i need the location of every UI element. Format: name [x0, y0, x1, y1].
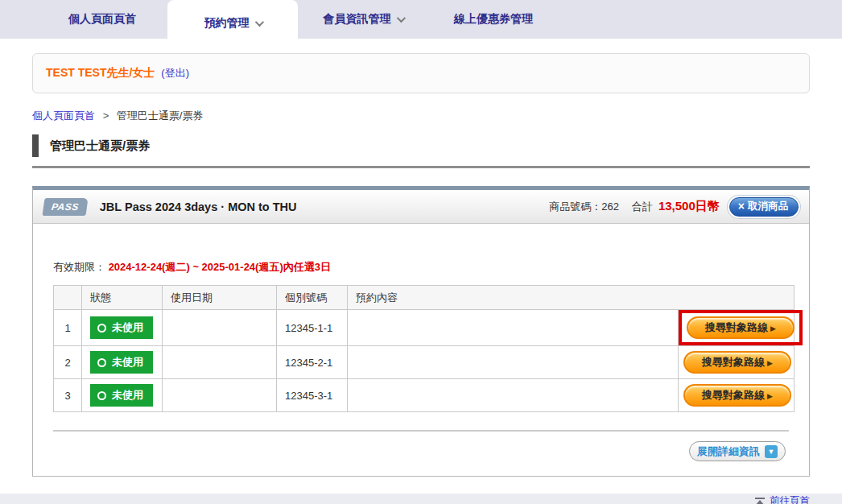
logout-link[interactable]: (登出) — [161, 66, 189, 81]
circle-icon — [97, 391, 106, 400]
page-title: 管理巴士通票/票券 — [50, 138, 150, 154]
search-route-button[interactable]: 搜尋對象路線▶ — [683, 384, 791, 407]
header-index — [54, 286, 82, 310]
header-status: 狀態 — [82, 286, 163, 310]
user-name: TEST TEST先生/女士 — [46, 66, 155, 81]
breadcrumb-current: 管理巴士通票/票券 — [117, 109, 204, 122]
validity-label: 有效期限： — [53, 261, 105, 273]
table-header-row: 狀態 使用日期 個別號碼 預約內容 — [54, 286, 795, 310]
search-route-label: 搜尋對象路線 — [702, 389, 765, 401]
use-date-cell — [163, 346, 277, 379]
tab-personal-home[interactable]: 個人頁面頁首 — [37, 0, 167, 39]
header-ticket-no: 個別號碼 — [277, 286, 348, 310]
use-date-cell — [163, 310, 277, 346]
ticket-number: 12345-1-1 — [277, 310, 348, 346]
row-number: 2 — [54, 346, 82, 379]
title-accent-bar — [32, 134, 39, 157]
expand-details-label: 展開詳細資訊 — [697, 444, 760, 459]
status-label: 未使用 — [112, 355, 143, 370]
tab-member-info-management[interactable]: 會員資訊管理 — [298, 0, 428, 39]
pass-panel: PASS JBL Pass 2024 3days · MON to THU 商品… — [32, 186, 810, 477]
table-row: 3 未使用 12345-3-1 搜尋對象路線▶ — [54, 379, 795, 412]
reservation-cell — [348, 346, 679, 379]
status-badge: 未使用 — [90, 316, 153, 339]
close-icon: × — [738, 200, 745, 212]
search-route-button[interactable]: 搜尋對象路線▶ — [687, 316, 795, 339]
search-route-button[interactable]: 搜尋對象路線▶ — [683, 351, 791, 374]
tab-online-coupon-management[interactable]: 線上優惠券管理 — [428, 0, 559, 39]
header-reservation: 預約內容 — [348, 286, 795, 310]
header-use-date: 使用日期 — [163, 286, 277, 310]
tab-label: 預約管理 — [204, 16, 250, 31]
status-badge: 未使用 — [90, 384, 153, 407]
breadcrumb-separator: > — [103, 109, 109, 122]
details-divider — [53, 430, 789, 432]
tickets-table: 狀態 使用日期 個別號碼 預約內容 1 未使用 12345-1-1 搜尋對象路線… — [53, 285, 795, 412]
ticket-number: 12345-3-1 — [277, 379, 348, 412]
use-date-cell — [163, 379, 277, 412]
pass-title: JBL Pass 2024 3days · MON to THU — [100, 200, 297, 213]
go-top-icon — [754, 497, 766, 504]
arrow-right-icon: ▶ — [770, 324, 776, 333]
chevron-down-icon — [254, 18, 263, 27]
tab-label: 會員資訊管理 — [324, 12, 391, 27]
page-title-block: 管理巴士通票/票券 — [32, 134, 810, 168]
pass-panel-body: 有效期限： 2024-12-24(週二) ~ 2025-01-24(週五)內任選… — [33, 224, 809, 476]
go-top-link[interactable]: 前往頁首 — [754, 494, 810, 504]
pass-panel-header: PASS JBL Pass 2024 3days · MON to THU 商品… — [33, 190, 809, 224]
top-nav: 個人頁面頁首 預約管理 會員資訊管理 線上優惠券管理 — [0, 0, 842, 39]
tab-label: 個人頁面頁首 — [68, 12, 136, 27]
search-route-label: 搜尋對象路線 — [702, 356, 765, 368]
expand-details-button[interactable]: 展開詳細資訊 ▼ — [689, 441, 786, 461]
circle-icon — [97, 358, 106, 367]
action-wrap: 搜尋對象路線▶ — [679, 346, 796, 378]
table-row: 1 未使用 12345-1-1 搜尋對象路線▶ — [54, 310, 795, 346]
search-route-label: 搜尋對象路線 — [705, 321, 768, 333]
cancel-product-button[interactable]: × 取消商品 — [729, 197, 799, 217]
validity-value: 2024-12-24(週二) ~ 2025-01-24(週五)內任選3日 — [109, 261, 331, 273]
action-wrap: 搜尋對象路線▶ — [679, 379, 796, 411]
row-number: 3 — [54, 379, 82, 412]
chevron-down-box-icon: ▼ — [765, 445, 778, 458]
tab-reservation-management[interactable]: 預約管理 — [167, 0, 298, 47]
breadcrumb: 個人頁面頁首 > 管理巴士通票/票券 — [32, 109, 810, 123]
status-label: 未使用 — [112, 388, 143, 403]
status-badge: 未使用 — [90, 351, 153, 374]
reservation-cell — [348, 310, 679, 346]
product-number: 商品號碼：262 — [549, 200, 619, 214]
go-top-label: 前往頁首 — [770, 494, 810, 504]
table-row: 2 未使用 12345-2-1 搜尋對象路線▶ — [54, 346, 795, 379]
user-greeting-bar: TEST TEST先生/女士 (登出) — [32, 53, 810, 93]
product-number-value: 262 — [601, 200, 619, 213]
breadcrumb-home-link[interactable]: 個人頁面頁首 — [32, 109, 95, 122]
highlight-box: 搜尋對象路線▶ — [679, 310, 803, 345]
ticket-number: 12345-2-1 — [277, 346, 348, 379]
status-label: 未使用 — [112, 320, 143, 335]
tab-label: 線上優惠券管理 — [454, 12, 533, 27]
pass-badge: PASS — [42, 198, 88, 216]
row-number: 1 — [54, 310, 82, 346]
cancel-product-label: 取消商品 — [748, 200, 788, 213]
arrow-right-icon: ▶ — [767, 359, 773, 367]
total-label: 合計 — [632, 200, 653, 214]
chevron-down-icon — [396, 14, 405, 23]
validity-period: 有效期限： 2024-12-24(週二) ~ 2025-01-24(週五)內任選… — [53, 260, 789, 275]
circle-icon — [97, 324, 106, 333]
total-price: 13,500日幣 — [658, 199, 720, 214]
arrow-right-icon: ▶ — [767, 392, 773, 400]
reservation-cell — [348, 379, 679, 412]
product-number-label: 商品號碼： — [549, 200, 601, 213]
